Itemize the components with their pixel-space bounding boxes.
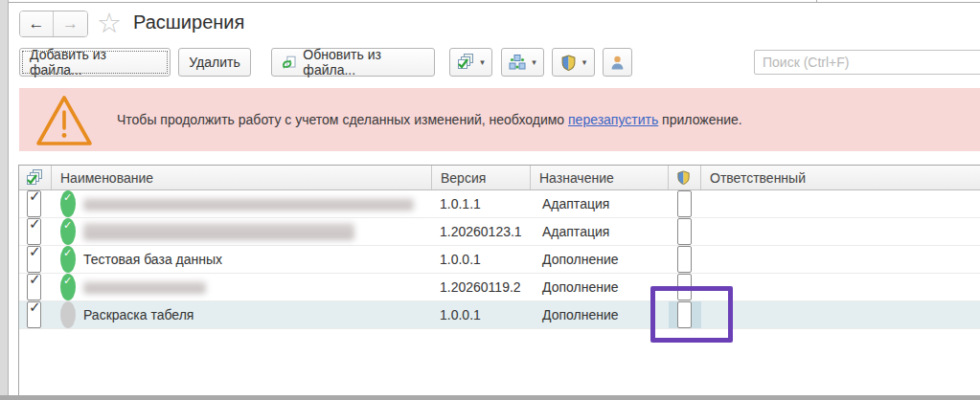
status-icon xyxy=(60,301,76,328)
config-blocks-icon xyxy=(509,54,526,71)
column-header-name[interactable]: Наименование xyxy=(52,166,432,189)
redacted-extension-name xyxy=(83,223,354,240)
safe-mode-checkbox[interactable] xyxy=(677,301,692,328)
extension-name: Раскраска табеля xyxy=(83,301,194,328)
purpose-cell: Дополнение xyxy=(542,246,619,273)
extensions-table: Наименование Версия Назначение Ответстве… xyxy=(18,165,980,395)
purpose-cell: Адаптация xyxy=(542,218,609,245)
select-all-header-cell[interactable] xyxy=(19,166,52,189)
redacted-extension-name xyxy=(83,281,206,294)
status-icon xyxy=(60,246,76,273)
chevron-down-icon: ▾ xyxy=(478,57,485,67)
status-icon xyxy=(60,218,76,245)
window-left-edge xyxy=(0,0,9,400)
warning-text-before: Чтобы продолжить работу с учетом сделанн… xyxy=(117,112,568,127)
table-row-selected[interactable]: Раскраска табеля 1.0.0.1 Дополнение xyxy=(19,301,980,329)
search-input[interactable] xyxy=(754,50,980,75)
status-icon xyxy=(60,274,76,300)
table-row[interactable]: Тестовая база данных 1.0.0.1 Дополнение xyxy=(19,246,980,274)
delete-button[interactable]: Удалить xyxy=(178,48,251,77)
extensions-window: ← → ☆ Расширения Добавить из файла... Уд… xyxy=(0,0,980,400)
responsible-button[interactable] xyxy=(603,48,632,77)
version-cell: 1.20260119.2 xyxy=(440,274,521,300)
restart-warning-text: Чтобы продолжить работу с учетом сделанн… xyxy=(117,112,742,127)
safe-mode-checkbox[interactable] xyxy=(677,274,692,300)
shield-icon xyxy=(560,55,577,71)
warning-triangle-icon xyxy=(34,94,94,147)
history-nav-group: ← → xyxy=(19,11,88,37)
update-from-file-button[interactable]: Обновить из файла... xyxy=(271,48,435,77)
purpose-cell: Дополнение xyxy=(542,274,619,300)
row-select-checkbox[interactable] xyxy=(27,246,41,273)
extension-name: Тестовая база данных xyxy=(83,246,222,273)
window-bottom-edge xyxy=(0,395,980,400)
page-title: Расширения xyxy=(133,11,244,33)
table-row[interactable]: 1.20260123.1 Адаптация xyxy=(19,218,980,246)
forward-button[interactable]: → xyxy=(54,11,87,36)
table-row[interactable]: 1.0.1.1 Адаптация xyxy=(19,190,980,218)
update-from-file-icon xyxy=(282,55,296,71)
version-cell: 1.0.0.1 xyxy=(440,246,481,273)
version-cell: 1.0.1.1 xyxy=(440,190,481,217)
stacked-checklist-icon xyxy=(457,54,474,71)
table-header: Наименование Версия Назначение Ответстве… xyxy=(19,166,980,190)
safe-mode-checkbox[interactable] xyxy=(677,246,692,273)
column-header-purpose[interactable]: Назначение xyxy=(531,166,669,189)
column-header-responsible[interactable]: Ответственный xyxy=(701,166,980,189)
select-actions-button[interactable]: ▾ xyxy=(449,48,492,77)
version-cell: 1.0.0.1 xyxy=(440,301,481,328)
row-select-checkbox[interactable] xyxy=(27,218,41,245)
back-arrow-icon: ← xyxy=(29,14,45,33)
restart-link[interactable]: перезапустить xyxy=(568,112,658,127)
chevron-down-icon: ▾ xyxy=(530,57,536,67)
column-header-version[interactable]: Версия xyxy=(432,166,531,189)
row-select-checkbox[interactable] xyxy=(27,274,41,300)
row-select-checkbox[interactable] xyxy=(27,190,41,217)
safe-mode-checkbox[interactable] xyxy=(677,190,692,217)
forward-arrow-icon: → xyxy=(62,14,79,33)
structure-button[interactable]: ▾ xyxy=(501,48,544,77)
update-from-file-label: Обновить из файла... xyxy=(303,47,424,78)
redacted-extension-name xyxy=(83,198,414,211)
warning-text-after: приложение. xyxy=(658,112,741,127)
restart-warning-banner: Чтобы продолжить работу с учетом сделанн… xyxy=(19,88,980,151)
purpose-cell: Адаптация xyxy=(542,190,609,217)
shield-icon xyxy=(676,170,691,185)
safe-mode-button[interactable]: ▾ xyxy=(552,48,595,77)
safe-mode-checkbox[interactable] xyxy=(677,218,692,245)
status-icon xyxy=(60,190,76,217)
window-top-tab-divider xyxy=(816,0,817,3)
table-row[interactable]: 1.20260119.2 Дополнение xyxy=(19,274,980,301)
purpose-cell: Дополнение xyxy=(542,301,619,328)
back-button[interactable]: ← xyxy=(20,11,54,36)
window-top-border xyxy=(9,2,980,3)
column-header-safe-mode[interactable] xyxy=(669,166,701,189)
version-cell: 1.20260123.1 xyxy=(440,218,522,245)
person-icon xyxy=(609,55,626,71)
chevron-down-icon: ▾ xyxy=(581,57,587,67)
add-from-file-button[interactable]: Добавить из файла... xyxy=(19,48,171,77)
row-select-checkbox[interactable] xyxy=(27,301,41,328)
select-all-stacked-checklist-icon xyxy=(26,169,43,187)
favorite-star-icon[interactable]: ☆ xyxy=(97,7,122,39)
